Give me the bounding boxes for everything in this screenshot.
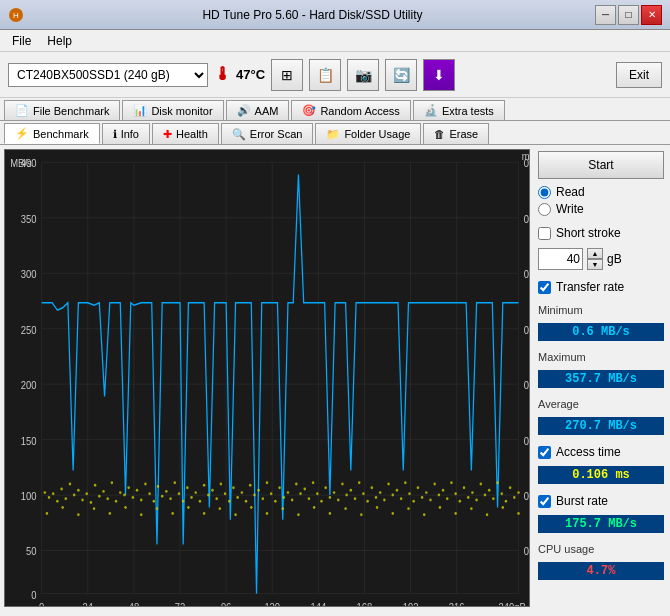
svg-point-178 <box>219 507 222 510</box>
svg-point-75 <box>136 489 139 492</box>
svg-text:120: 120 <box>264 601 280 606</box>
toolbar-btn-2[interactable]: 📋 <box>309 59 341 91</box>
svg-point-133 <box>379 491 382 494</box>
tab-health[interactable]: ✚ Health <box>152 123 219 144</box>
tab-benchmark[interactable]: ⚡ Benchmark <box>4 123 100 144</box>
svg-point-85 <box>178 492 181 495</box>
error-scan-icon: 🔍 <box>232 128 246 141</box>
svg-point-67 <box>102 490 105 493</box>
svg-point-113 <box>295 483 298 486</box>
toolbar-btn-4[interactable]: 🔄 <box>385 59 417 91</box>
svg-point-122 <box>333 491 336 494</box>
close-button[interactable]: ✕ <box>641 5 662 25</box>
gb-label: gB <box>607 252 622 266</box>
burst-rate-checkbox[interactable] <box>538 495 551 508</box>
svg-point-168 <box>61 506 64 509</box>
info-icon: ℹ <box>113 128 117 141</box>
svg-point-64 <box>90 501 93 504</box>
random-access-icon: 🎯 <box>302 104 316 117</box>
svg-point-164 <box>509 486 512 489</box>
svg-point-175 <box>171 512 174 515</box>
svg-point-92 <box>207 494 210 497</box>
stroke-spinner: ▲ ▼ <box>587 248 603 270</box>
extra-tests-icon: 🔬 <box>424 104 438 117</box>
svg-point-79 <box>153 500 156 503</box>
transfer-rate-label[interactable]: Transfer rate <box>538 280 664 294</box>
write-radio[interactable] <box>538 203 551 216</box>
svg-point-186 <box>344 507 347 510</box>
health-icon: ✚ <box>163 128 172 141</box>
stroke-up-button[interactable]: ▲ <box>587 248 603 259</box>
svg-point-78 <box>148 492 151 495</box>
svg-point-103 <box>253 494 256 497</box>
read-write-group: Read Write <box>538 185 664 216</box>
tab-error-scan[interactable]: 🔍 Error Scan <box>221 123 314 144</box>
svg-text:0: 0 <box>31 589 36 601</box>
chart-container: 400 350 300 250 200 150 100 50 0 MB/s 0.… <box>4 149 530 607</box>
temperature-value: 47°C <box>236 67 265 82</box>
svg-text:216: 216 <box>449 601 465 606</box>
svg-point-196 <box>502 506 505 509</box>
svg-point-172 <box>124 506 127 509</box>
svg-point-143 <box>421 496 424 499</box>
toolbar-btn-3[interactable]: 📷 <box>347 59 379 91</box>
stroke-down-button[interactable]: ▼ <box>587 259 603 270</box>
menu-help[interactable]: Help <box>39 32 80 50</box>
svg-text:350: 350 <box>21 213 37 225</box>
svg-text:0: 0 <box>39 601 44 606</box>
svg-point-102 <box>249 484 252 487</box>
burst-rate-label[interactable]: Burst rate <box>538 494 664 508</box>
disk-selector[interactable]: CT240BX500SSD1 (240 gB) <box>8 63 208 87</box>
tab-random-access[interactable]: 🎯 Random Access <box>291 100 410 120</box>
short-stroke-label[interactable]: Short stroke <box>538 226 664 240</box>
tab-extra-tests[interactable]: 🔬 Extra tests <box>413 100 505 120</box>
svg-text:H: H <box>13 11 19 20</box>
app-icon: H <box>8 7 24 23</box>
transfer-rate-checkbox[interactable] <box>538 281 551 294</box>
svg-text:24: 24 <box>83 601 94 606</box>
access-time-checkbox[interactable] <box>538 446 551 459</box>
write-radio-label[interactable]: Write <box>538 202 664 216</box>
tab-info[interactable]: ℹ Info <box>102 123 150 144</box>
svg-point-188 <box>376 506 379 509</box>
minimize-button[interactable]: ─ <box>595 5 616 25</box>
short-stroke-checkbox[interactable] <box>538 227 551 240</box>
read-radio[interactable] <box>538 186 551 199</box>
maximize-button[interactable]: □ <box>618 5 639 25</box>
tab-disk-monitor[interactable]: 📊 Disk monitor <box>122 100 223 120</box>
svg-point-121 <box>329 496 332 499</box>
title-text: HD Tune Pro 5.60 - Hard Disk/SSD Utility <box>30 8 595 22</box>
svg-point-77 <box>144 483 147 486</box>
svg-point-130 <box>366 500 369 503</box>
access-time-label[interactable]: Access time <box>538 445 664 459</box>
tab-file-benchmark[interactable]: 📄 File Benchmark <box>4 100 120 120</box>
menu-file[interactable]: File <box>4 32 39 50</box>
svg-point-61 <box>77 489 80 492</box>
svg-point-59 <box>69 483 72 486</box>
svg-point-192 <box>439 506 442 509</box>
svg-point-124 <box>341 483 344 486</box>
file-benchmark-icon: 📄 <box>15 104 29 117</box>
start-button[interactable]: Start <box>538 151 664 179</box>
maximum-value: 357.7 MB/s <box>538 370 664 388</box>
tab-erase[interactable]: 🗑 Erase <box>423 123 489 144</box>
toolbar-btn-1[interactable]: ⊞ <box>271 59 303 91</box>
svg-text:0.35: 0.35 <box>524 213 529 225</box>
tab-folder-usage[interactable]: 📁 Folder Usage <box>315 123 421 144</box>
svg-point-157 <box>480 483 483 486</box>
svg-point-165 <box>513 496 516 499</box>
toolbar-btn-5[interactable]: ⬇ <box>423 59 455 91</box>
svg-point-187 <box>360 513 363 516</box>
exit-button[interactable]: Exit <box>616 62 662 88</box>
read-radio-label[interactable]: Read <box>538 185 664 199</box>
svg-point-70 <box>115 500 118 503</box>
svg-point-91 <box>203 484 206 487</box>
tab-aam[interactable]: 🔊 AAM <box>226 100 290 120</box>
svg-point-126 <box>350 489 353 492</box>
svg-text:0.25: 0.25 <box>524 324 529 336</box>
svg-text:150: 150 <box>21 435 37 447</box>
stroke-input[interactable] <box>538 248 583 270</box>
svg-point-179 <box>234 513 237 516</box>
svg-point-116 <box>308 497 311 500</box>
svg-point-148 <box>442 489 445 492</box>
